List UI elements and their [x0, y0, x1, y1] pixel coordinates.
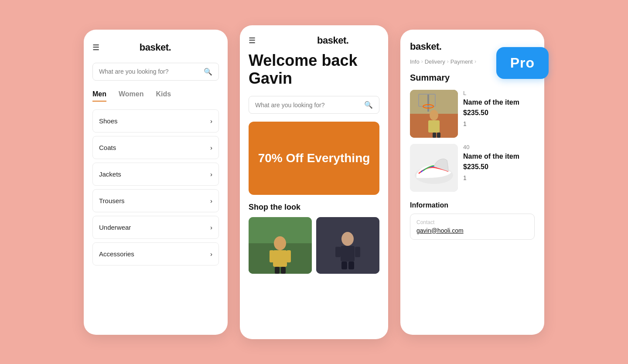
category-list: Shoes › Coats › Jackets › Trousers › Und…	[92, 109, 219, 269]
search-bar-card2[interactable]: 🔍	[249, 96, 379, 114]
pro-badge[interactable]: Pro	[496, 47, 549, 79]
info-email[interactable]: gavin@hooli.com	[416, 227, 528, 234]
card-navigation: ☰ basket. 🔍 Men Women Kids Shoes › Coats…	[84, 30, 228, 335]
item-price-2: $235.50	[463, 163, 535, 171]
svg-rect-5	[287, 250, 291, 262]
svg-rect-22	[433, 133, 436, 138]
search-input-card1[interactable]	[99, 68, 204, 75]
card3-wrapper: basket. Info › Delivery › Payment › Summ…	[400, 30, 544, 335]
svg-rect-11	[335, 247, 341, 257]
breadcrumb-sep-2: ›	[447, 58, 449, 65]
info-section: Information Contact gavin@hooli.com	[410, 201, 535, 240]
welcome-text: Welcome back Gavin	[249, 51, 379, 88]
info-box: Contact gavin@hooli.com	[410, 214, 535, 240]
tab-women[interactable]: Women	[119, 90, 143, 102]
svg-rect-17	[427, 94, 429, 112]
item-name-1: Name of the item	[463, 98, 535, 106]
order-item-1: L Name of the item $235.50 1	[410, 90, 535, 138]
breadcrumb-info[interactable]: Info	[410, 58, 420, 65]
search-bar-card1[interactable]: 🔍	[92, 63, 219, 81]
item-qty-1: 1	[463, 120, 535, 127]
item-details-2: 40 Name of the item $235.50 1	[463, 144, 535, 181]
item-details-1: L Name of the item $235.50 1	[463, 90, 535, 127]
svg-rect-12	[355, 247, 360, 257]
promo-text: 70% Off Everything	[258, 151, 370, 166]
card2-body: Welcome back Gavin 🔍 70% Off Everything …	[240, 51, 388, 339]
tab-men[interactable]: Men	[92, 90, 106, 102]
tab-kids[interactable]: Kids	[156, 90, 171, 102]
item-price-1: $235.50	[463, 109, 535, 117]
svg-rect-21	[428, 120, 440, 133]
logo-card1: basket.	[140, 42, 171, 53]
svg-rect-4	[270, 250, 274, 262]
order-items: L Name of the item $235.50 1	[410, 90, 535, 192]
svg-point-20	[430, 110, 438, 120]
search-input-card2[interactable]	[255, 102, 364, 109]
chevron-icon-coats: ›	[210, 144, 212, 151]
search-icon-card1[interactable]: 🔍	[204, 68, 212, 76]
card2-header: ☰ basket.	[240, 25, 388, 51]
category-jackets[interactable]: Jackets ›	[92, 163, 219, 186]
svg-rect-10	[341, 246, 355, 262]
shop-look-image-1[interactable]	[249, 217, 312, 274]
category-shoes[interactable]: Shoes ›	[92, 109, 219, 133]
logo-card2: basket.	[317, 35, 348, 46]
category-underwear[interactable]: Underwear ›	[92, 216, 219, 239]
info-contact-label: Contact	[416, 219, 528, 225]
info-title: Information	[410, 201, 535, 209]
shop-look-images	[249, 217, 379, 274]
card-home: ☰ basket. Welcome back Gavin 🔍 70% Off E…	[240, 25, 388, 339]
svg-rect-7	[281, 267, 286, 274]
svg-point-2	[274, 236, 286, 250]
svg-rect-13	[341, 262, 347, 269]
hamburger-icon[interactable]: ☰	[92, 43, 99, 52]
category-accessories[interactable]: Accessories ›	[92, 242, 219, 265]
svg-rect-3	[273, 250, 287, 267]
breadcrumb-sep-1: ›	[421, 58, 423, 65]
chevron-icon-underwear: ›	[210, 224, 212, 231]
svg-point-9	[341, 232, 354, 246]
breadcrumb-sep-3: ›	[474, 58, 476, 65]
breadcrumb-delivery[interactable]: Delivery	[425, 58, 445, 65]
svg-rect-6	[275, 267, 280, 274]
category-trousers[interactable]: Trousers ›	[92, 189, 219, 212]
chevron-icon-jackets: ›	[210, 170, 212, 178]
item-qty-2: 1	[463, 174, 535, 181]
shop-look-label: Shop the look	[249, 203, 379, 212]
order-item-2: 40 Name of the item $235.50 1	[410, 144, 535, 192]
item-image-2	[410, 144, 458, 192]
card1-header: ☰ basket.	[92, 42, 219, 53]
chevron-icon-shoes: ›	[210, 117, 212, 125]
svg-rect-23	[437, 133, 440, 138]
svg-rect-14	[348, 262, 354, 269]
item-image-1	[410, 90, 458, 138]
item-name-2: Name of the item	[463, 152, 535, 160]
chevron-icon-trousers: ›	[210, 197, 212, 204]
breadcrumb-payment[interactable]: Payment	[451, 58, 473, 65]
tabs-card1: Men Women Kids	[92, 90, 219, 102]
cards-wrapper: ☰ basket. 🔍 Men Women Kids Shoes › Coats…	[84, 25, 544, 339]
item-size-2: 40	[463, 144, 535, 150]
search-icon-card2[interactable]: 🔍	[364, 101, 373, 109]
hamburger-icon-card2[interactable]: ☰	[249, 36, 256, 45]
shop-look-image-2[interactable]	[316, 217, 379, 274]
item-size-1: L	[463, 90, 535, 96]
category-coats[interactable]: Coats ›	[92, 136, 219, 159]
promo-banner[interactable]: 70% Off Everything	[249, 122, 379, 195]
chevron-icon-accessories: ›	[210, 250, 212, 258]
